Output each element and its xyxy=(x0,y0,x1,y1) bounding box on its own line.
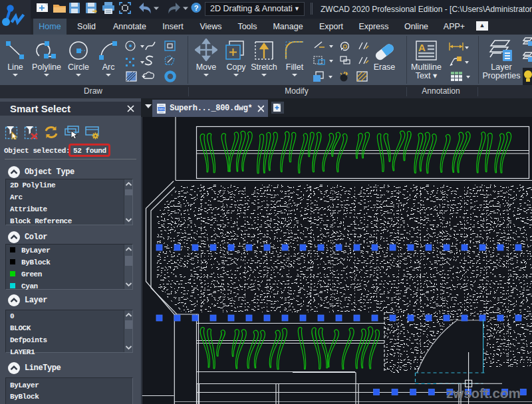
svg-text:A: A xyxy=(418,42,426,53)
svg-text:zwsoft.com: zwsoft.com xyxy=(446,385,521,401)
svg-text:?: ? xyxy=(194,4,199,12)
svg-text:DWG: DWG xyxy=(157,107,165,111)
